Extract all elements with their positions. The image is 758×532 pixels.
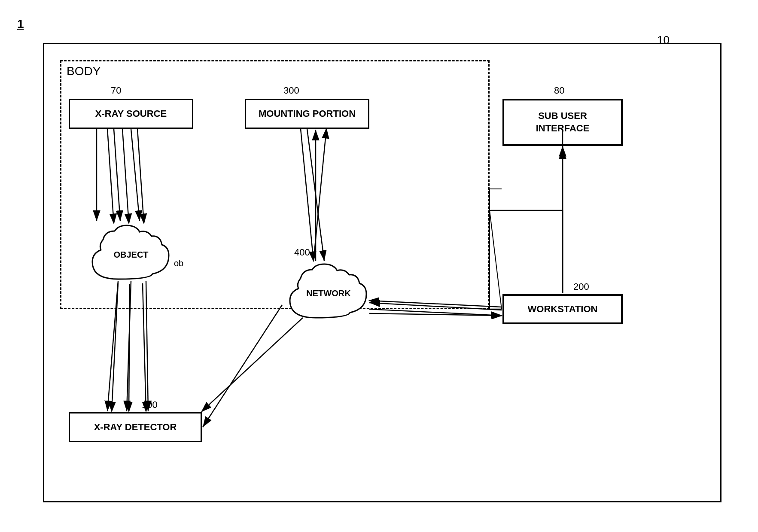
- diagram-container: 1 10 BODY 70 X-RAY SOURCE 300 MOUNTING P…: [17, 17, 739, 515]
- body-label: BODY: [67, 64, 100, 78]
- xray-source-ref: 70: [111, 85, 121, 96]
- sub-user-interface-box: SUB USERINTERFACE: [502, 99, 623, 146]
- xray-detector-box: X-RAY DETECTOR: [69, 412, 202, 442]
- mounting-portion-box: MOUNTING PORTION: [245, 99, 369, 129]
- body-boundary-box: [60, 60, 490, 309]
- workstation-box: WORKSTATION: [502, 294, 623, 324]
- workstation-ref: 200: [573, 281, 589, 292]
- figure-label: 1: [17, 17, 24, 31]
- sub-ui-ref: 80: [554, 85, 564, 96]
- mounting-portion-ref: 300: [283, 85, 299, 96]
- xray-source-box: X-RAY SOURCE: [69, 99, 193, 129]
- xray-detector-ref: 100: [142, 399, 158, 410]
